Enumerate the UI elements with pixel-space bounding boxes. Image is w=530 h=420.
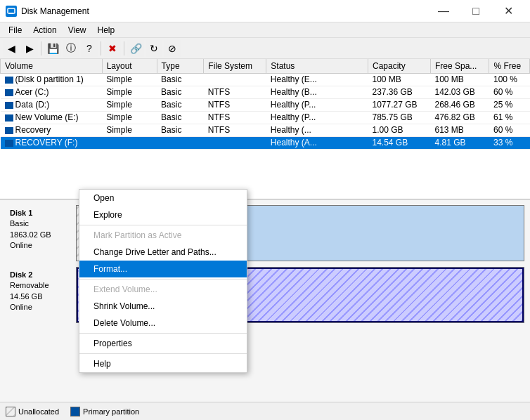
window-controls: — □ ✕	[427, 0, 524, 22]
disk-name: Disk 1	[10, 208, 72, 218]
col-header-status[interactable]: Status	[266, 59, 368, 73]
menu-file[interactable]: File	[3, 24, 27, 37]
menu-action[interactable]: Action	[27, 24, 62, 37]
context-menu-separator	[79, 353, 247, 354]
tb-connect[interactable]: 🔗	[127, 40, 144, 57]
volumes-table: Volume Layout Type File System Status Ca…	[0, 59, 530, 150]
table-row[interactable]: Acer (C:)SimpleBasicNTFSHealthy (B...237…	[1, 86, 530, 98]
minimize-button[interactable]: —	[427, 0, 460, 22]
svg-rect-0	[8, 8, 15, 13]
table-row[interactable]: RECOVERY (F:)Healthy (A...14.54 GB4.81 G…	[1, 136, 530, 149]
svg-rect-1	[9, 13, 13, 14]
legend-unalloc-label: Unallocated	[18, 407, 59, 416]
close-button[interactable]: ✕	[492, 0, 524, 22]
legend-primary-label: Primary partition	[83, 407, 139, 416]
context-menu-item[interactable]: Shrink Volume...	[79, 298, 247, 315]
context-menu-item[interactable]: Format...	[79, 261, 247, 277]
disk-label: Disk 2Removable14.56 GBOnline	[6, 267, 76, 323]
context-menu-item[interactable]: Explore	[79, 206, 247, 223]
table-row[interactable]: New Volume (E:)SimpleBasicNTFSHealthy (P…	[1, 111, 530, 124]
context-menu-item[interactable]: Properties	[79, 335, 247, 352]
menu-bar: File Action View Help	[0, 22, 530, 38]
toolbar: ◀ ▶ 💾 ⓘ ? ✖ 🔗 ↻ ⊘	[0, 38, 530, 59]
context-menu-item: Mark Partition as Active	[79, 227, 247, 244]
window-title: Disk Management	[21, 6, 89, 16]
col-header-capacity[interactable]: Capacity	[368, 59, 430, 73]
context-menu-item[interactable]: Help	[79, 355, 247, 372]
legend-primary-box	[70, 407, 80, 416]
maximize-button[interactable]: □	[460, 0, 492, 22]
tb-properties[interactable]: ⓘ	[63, 40, 79, 57]
disk-label: Disk 1Basic1863.02 GBOnline	[6, 205, 76, 261]
disk-name: Disk 2	[10, 270, 72, 280]
menu-view[interactable]: View	[63, 24, 92, 37]
context-menu-separator	[79, 225, 247, 225]
menu-help[interactable]: Help	[92, 24, 121, 37]
context-menu-item[interactable]: Change Drive Letter and Paths...	[79, 244, 247, 261]
col-header-fs[interactable]: File System	[204, 59, 266, 73]
context-menu-separator	[79, 279, 247, 280]
context-menu-item[interactable]: Delete Volume...	[79, 315, 247, 332]
tb-forward[interactable]: ▶	[21, 40, 38, 57]
table-row[interactable]: (Disk 0 partition 1)SimpleBasicHealthy (…	[1, 73, 530, 86]
tb-cancel[interactable]: ⊘	[164, 40, 181, 57]
title-bar: Disk Management — □ ✕	[0, 0, 530, 22]
col-header-pctfree[interactable]: % Free	[489, 59, 530, 73]
table-area: Volume Layout Type File System Status Ca…	[0, 59, 530, 199]
legend-unalloc-box	[6, 407, 15, 416]
col-header-freespace[interactable]: Free Spa...	[431, 59, 489, 73]
tb-help[interactable]: ?	[81, 40, 98, 57]
legend-bar: Unallocated Primary partition	[0, 402, 530, 420]
legend-unallocated: Unallocated	[6, 407, 59, 416]
tb-delete[interactable]: ✖	[104, 40, 121, 57]
context-menu: OpenExploreMark Partition as ActiveChang…	[79, 189, 247, 373]
legend-primary: Primary partition	[70, 407, 139, 416]
col-header-type[interactable]: Type	[157, 59, 204, 73]
col-header-volume[interactable]: Volume	[1, 59, 103, 73]
tb-back[interactable]: ◀	[3, 40, 20, 57]
col-header-layout[interactable]: Layout	[102, 59, 157, 73]
context-menu-separator	[79, 333, 247, 334]
table-row[interactable]: Data (D:)SimpleBasicNTFSHealthy (P...107…	[1, 98, 530, 111]
tb-show-disk[interactable]: 💾	[44, 40, 61, 57]
main-container: Volume Layout Type File System Status Ca…	[0, 59, 530, 420]
context-menu-item[interactable]: Open	[79, 190, 247, 206]
context-menu-item: Extend Volume...	[79, 281, 247, 298]
tb-refresh[interactable]: ↻	[146, 40, 162, 57]
app-icon	[6, 6, 17, 17]
table-row[interactable]: RecoverySimpleBasicNTFSHealthy (...1.00 …	[1, 124, 530, 136]
